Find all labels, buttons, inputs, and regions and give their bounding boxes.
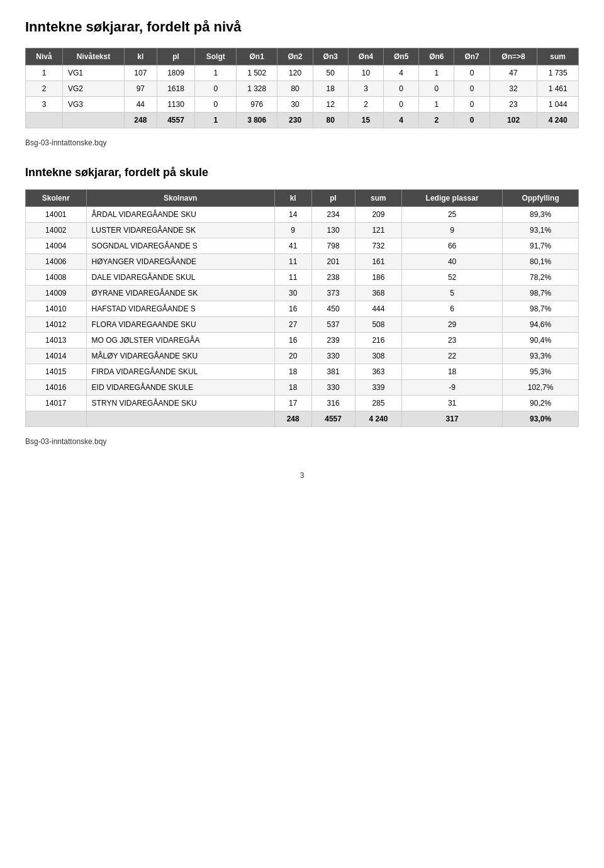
table-cell: 121: [355, 223, 401, 238]
table-cell: 80: [277, 81, 313, 97]
table-cell: 1 502: [236, 65, 277, 81]
table-cell: VG1: [63, 65, 125, 81]
table-cell: 10: [348, 65, 383, 81]
table-cell: 2: [348, 97, 383, 113]
table-cell: 1: [26, 65, 63, 81]
table-cell: 308: [355, 348, 401, 364]
col-header: Øn2: [277, 48, 313, 65]
title-skule: Inntekne søkjarar, fordelt på skule: [25, 166, 579, 179]
table-cell: STRYN VIDAREGÅANDE SKU: [86, 396, 274, 411]
table-cell: 11: [274, 270, 311, 286]
table-cell: 1: [195, 65, 236, 81]
table-cell: 373: [311, 286, 355, 301]
table-cell: 1: [195, 113, 236, 128]
table-cell: 91,7%: [503, 238, 579, 254]
table-cell: 22: [402, 348, 503, 364]
table-cell: 0: [384, 81, 419, 97]
col-header: Ledige plassar: [402, 190, 503, 207]
table-cell: 363: [355, 364, 401, 380]
footer-2: Bsg-03-inntattonske.bqy: [25, 437, 579, 446]
table-nivaa-body: 1VG1107180911 5021205010410471 7352VG297…: [26, 65, 579, 128]
table-cell: 14: [274, 207, 311, 223]
table-cell: 14009: [26, 286, 87, 301]
table-cell: 1618: [157, 81, 195, 97]
table-cell: FLORA VIDAREGAANDE SKU: [86, 317, 274, 333]
table-cell: 209: [355, 207, 401, 223]
table-cell: 3 806: [236, 113, 277, 128]
table-cell: 14012: [26, 317, 87, 333]
table-cell-total: 4557: [311, 411, 355, 427]
table-row: 14014MÅLØY VIDAREGÅANDE SKU203303082293,…: [26, 348, 579, 364]
table-cell: 285: [355, 396, 401, 411]
table-cell: 20: [274, 348, 311, 364]
table-cell: 186: [355, 270, 401, 286]
table-cell: 14008: [26, 270, 87, 286]
table-cell: 201: [311, 254, 355, 270]
table-cell: 66: [402, 238, 503, 254]
table-cell: 17: [274, 396, 311, 411]
table-cell: 238: [311, 270, 355, 286]
table-cell: 14016: [26, 380, 87, 396]
table-cell: 29: [402, 317, 503, 333]
table-cell: 537: [311, 317, 355, 333]
table-cell-total: 248: [274, 411, 311, 427]
table-cell: 248: [125, 113, 157, 128]
table-cell: 1130: [157, 97, 195, 113]
table-cell: 14002: [26, 223, 87, 238]
table-row: 14015FIRDA VIDAREGÅANDE SKUL183813631895…: [26, 364, 579, 380]
table-cell: 798: [311, 238, 355, 254]
table-row: 14009ØYRANE VIDAREGÅANDE SK30373368598,7…: [26, 286, 579, 301]
section-nivaa: Inntekne søkjarar, fordelt på nivå NivåN…: [25, 19, 579, 147]
table-nivaa-header: NivåNivåtekstklplSolgtØn1Øn2Øn3Øn4Øn5Øn6…: [26, 48, 579, 65]
table-row: 14001ÅRDAL VIDAREGÅANDE SKU142342092589,…: [26, 207, 579, 223]
table-cell-total: [86, 411, 274, 427]
table-cell: 107: [125, 65, 157, 81]
table-cell: 0: [195, 81, 236, 97]
table-cell: 4 240: [537, 113, 579, 128]
col-header: kl: [274, 190, 311, 207]
table-cell: 234: [311, 207, 355, 223]
table-cell: 25: [402, 207, 503, 223]
table-cell: 450: [311, 301, 355, 317]
table-cell: HAFSTAD VIDAREGÅANDE S: [86, 301, 274, 317]
table-cell: 6: [402, 301, 503, 317]
col-header: Oppfylling: [503, 190, 579, 207]
table-cell: 0: [454, 97, 489, 113]
table-cell: 30: [277, 97, 313, 113]
table-cell: 368: [355, 286, 401, 301]
table-cell: 161: [355, 254, 401, 270]
col-header: Nivåtekst: [63, 48, 125, 65]
table-cell: 1809: [157, 65, 195, 81]
table-row: 2VG297161801 32880183000321 461: [26, 81, 579, 97]
table-cell: 78,2%: [503, 270, 579, 286]
table-cell: 32: [489, 81, 537, 97]
table-cell: HØYANGER VIDAREGÅANDE: [86, 254, 274, 270]
table-cell: 94,6%: [503, 317, 579, 333]
table-cell: ØYRANE VIDAREGÅANDE SK: [86, 286, 274, 301]
table-cell: 9: [402, 223, 503, 238]
table-cell: 508: [355, 317, 401, 333]
table-row: 14012FLORA VIDAREGAANDE SKU275375082994,…: [26, 317, 579, 333]
table-cell: 18: [274, 364, 311, 380]
table-cell: 93,3%: [503, 348, 579, 364]
table-cell: 41: [274, 238, 311, 254]
table-cell-total: 4 240: [355, 411, 401, 427]
table-cell: VG2: [63, 81, 125, 97]
col-header: Øn4: [348, 48, 383, 65]
table-row: 14013MO OG JØLSTER VIDAREGÅA162392162390…: [26, 333, 579, 348]
col-header: Øn3: [313, 48, 348, 65]
col-header: Øn1: [236, 48, 277, 65]
table-cell: 216: [355, 333, 401, 348]
table-nivaa: NivåNivåtekstklplSolgtØn1Øn2Øn3Øn4Øn5Øn6…: [25, 48, 579, 128]
table-cell: 89,3%: [503, 207, 579, 223]
table-cell: 52: [402, 270, 503, 286]
table-cell: [26, 113, 63, 128]
table-cell: 27: [274, 317, 311, 333]
table-cell: 102,7%: [503, 380, 579, 396]
table-cell: 3: [26, 97, 63, 113]
table-row: 14006HØYANGER VIDAREGÅANDE112011614080,1…: [26, 254, 579, 270]
table-cell: 93,1%: [503, 223, 579, 238]
table-row: 14017STRYN VIDAREGÅANDE SKU173162853190,…: [26, 396, 579, 411]
table-cell: 18: [274, 380, 311, 396]
col-header: Øn5: [384, 48, 419, 65]
